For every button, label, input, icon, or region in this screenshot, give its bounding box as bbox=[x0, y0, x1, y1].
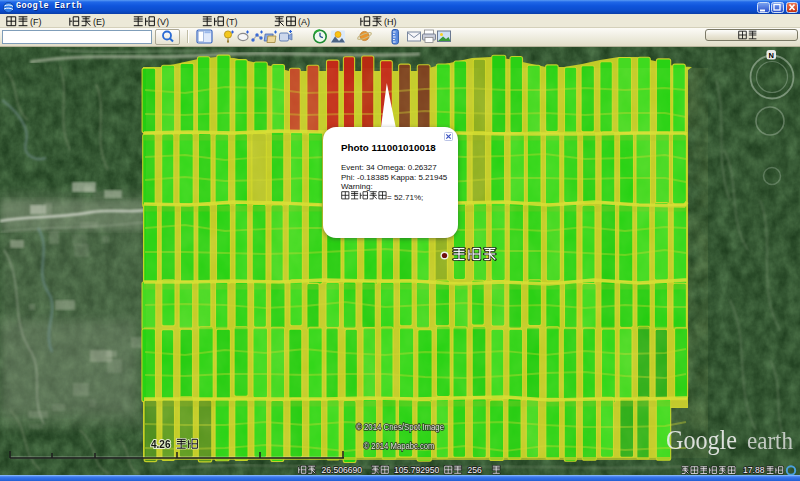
svg-text:= 52.71%;: = 52.71%; bbox=[387, 193, 423, 202]
svg-text:earth: earth bbox=[747, 427, 793, 454]
svg-text:4.26: 4.26 bbox=[151, 439, 171, 450]
svg-text:(T): (T) bbox=[226, 17, 238, 27]
svg-text:256: 256 bbox=[468, 465, 483, 475]
svg-text:(V): (V) bbox=[157, 17, 169, 27]
svg-text:(F): (F) bbox=[30, 17, 42, 27]
svg-text:105.792950: 105.792950 bbox=[394, 465, 440, 475]
svg-text:26.506690: 26.506690 bbox=[322, 465, 363, 475]
svg-text:© 2014 Cnes/Spot Image: © 2014 Cnes/Spot Image bbox=[356, 422, 444, 432]
svg-text:(E): (E) bbox=[93, 17, 105, 27]
svg-text:(A): (A) bbox=[298, 17, 310, 27]
svg-text:N: N bbox=[769, 51, 774, 60]
svg-text:(H): (H) bbox=[384, 17, 397, 27]
svg-text:Google: Google bbox=[666, 424, 737, 455]
svg-text:17.88: 17.88 bbox=[743, 465, 765, 475]
svg-text:© 2014 Mapabc.com: © 2014 Mapabc.com bbox=[364, 441, 435, 451]
